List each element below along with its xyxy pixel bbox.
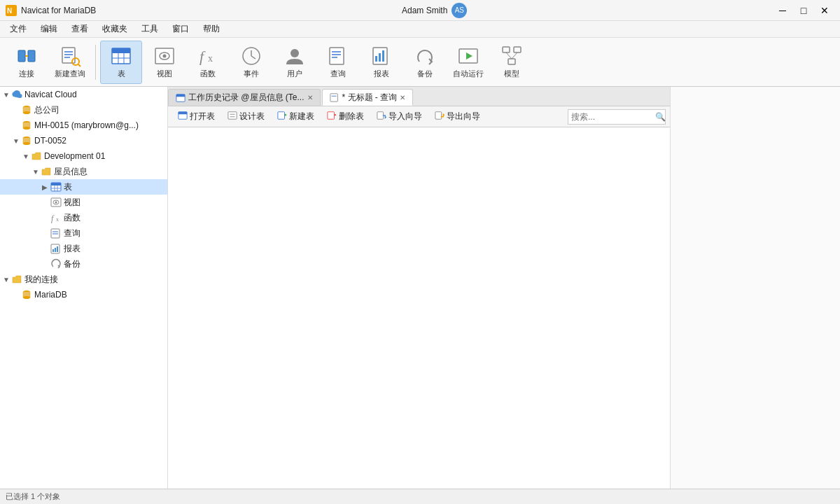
sidebar-item-label: Development 01 bbox=[44, 151, 105, 161]
svg-point-47 bbox=[23, 127, 30, 130]
toolbar2-btn-export-wizard[interactable]: 导出向导 bbox=[429, 108, 486, 125]
tree-arrow: ▼ bbox=[3, 91, 11, 99]
svg-rect-79 bbox=[330, 94, 337, 102]
toolbar-btn-event[interactable]: 事件 bbox=[230, 41, 272, 84]
menu-item-工具[interactable]: 工具 bbox=[134, 22, 165, 36]
toolbar-btn-view[interactable]: 视图 bbox=[144, 41, 186, 84]
tab-close-btn[interactable]: ✕ bbox=[307, 94, 313, 102]
sidebar-item-reports[interactable]: 报表 bbox=[0, 241, 167, 256]
model-icon bbox=[500, 45, 523, 67]
menu-item-文件[interactable]: 文件 bbox=[3, 22, 34, 36]
svg-text:f: f bbox=[200, 48, 206, 65]
design-icon bbox=[227, 111, 237, 122]
toolbar2-btn-import-wizard[interactable]: 导入向导 bbox=[371, 108, 428, 125]
statusbar-left: 已选择 1 个对象 bbox=[6, 491, 60, 502]
sidebar-item-views[interactable]: 视图 bbox=[0, 195, 167, 210]
db-icon bbox=[21, 120, 32, 131]
svg-rect-69 bbox=[52, 249, 54, 252]
query-icon bbox=[327, 45, 349, 67]
toolbar: 连接新建查询表视图fx函数事件用户查询报表备份自动运行模型 bbox=[0, 38, 840, 87]
toolbar-btn-table[interactable]: 表 bbox=[100, 41, 142, 84]
svg-rect-25 bbox=[330, 48, 344, 64]
sidebar-item-queries[interactable]: 查询 bbox=[0, 225, 167, 241]
menubar: 文件编辑查看收藏夹工具窗口帮助 bbox=[0, 21, 840, 38]
toolbar-btn-label: 用户 bbox=[287, 69, 302, 79]
delete-icon bbox=[327, 111, 337, 122]
minimize-button[interactable]: ─ bbox=[773, 4, 792, 18]
tab-close-btn[interactable]: ✕ bbox=[400, 94, 405, 102]
toolbar2-btn-label: 导入向导 bbox=[388, 111, 422, 122]
svg-rect-31 bbox=[379, 53, 381, 62]
svg-rect-83 bbox=[228, 112, 237, 120]
table-area bbox=[168, 127, 670, 489]
svg-line-38 bbox=[506, 52, 512, 59]
sidebar-item-navicat-cloud[interactable]: ▼ Navicat Cloud bbox=[0, 87, 167, 102]
toolbar-btn-backup[interactable]: 备份 bbox=[404, 41, 446, 84]
tab-untitled[interactable]: * 无标题 - 查询 ✕ bbox=[322, 89, 414, 106]
toolbar-btn-label: 模型 bbox=[504, 69, 519, 79]
svg-rect-37 bbox=[508, 59, 515, 64]
toolbar-btn-user[interactable]: 用户 bbox=[274, 41, 316, 84]
queries-icon bbox=[50, 227, 62, 239]
toolbar-btn-connect[interactable]: 连接 bbox=[6, 41, 48, 84]
close-button[interactable]: ✕ bbox=[815, 4, 834, 18]
svg-rect-86 bbox=[278, 112, 285, 120]
toolbar2-btn-label: 导出向导 bbox=[447, 111, 480, 122]
sidebar-item-dev-01[interactable]: ▼ Development 01 bbox=[0, 148, 167, 164]
toolbar2-btn-design-table[interactable]: 设计表 bbox=[222, 108, 270, 125]
svg-line-39 bbox=[512, 52, 517, 59]
sidebar-item-mariadb[interactable]: MariaDB bbox=[0, 287, 167, 302]
svg-rect-70 bbox=[55, 248, 56, 252]
toolbar-btn-report[interactable]: 报表 bbox=[360, 41, 402, 84]
tree-arrow: ▼ bbox=[32, 168, 41, 176]
toolbar-btn-query[interactable]: 查询 bbox=[317, 41, 359, 84]
db-icon bbox=[21, 104, 32, 115]
selection-status: 已选择 1 个对象 bbox=[6, 492, 60, 500]
toolbar2-btn-new-table[interactable]: 新建表 bbox=[272, 108, 320, 125]
view-icon bbox=[153, 45, 176, 67]
toolbar-btn-function[interactable]: fx函数 bbox=[187, 41, 229, 84]
svg-rect-56 bbox=[51, 183, 61, 186]
menu-item-查看[interactable]: 查看 bbox=[64, 22, 95, 36]
toolbar2-btn-delete-table[interactable]: 删除表 bbox=[321, 108, 370, 125]
toolbar-btn-new-query[interactable]: 新建查询 bbox=[49, 41, 91, 84]
toolbar-btn-label: 自动运行 bbox=[453, 69, 484, 79]
tab-history[interactable]: 工作历史记录 @屋员信息 (Te... ✕ bbox=[168, 89, 321, 106]
search-input[interactable] bbox=[568, 112, 652, 122]
sidebar-item-dt-0052[interactable]: ▼ DT-0052 bbox=[0, 133, 167, 148]
sidebar-item-label: MH-0015 (marybrown@g...) bbox=[34, 120, 139, 130]
svg-text:x: x bbox=[208, 53, 213, 64]
maximize-button[interactable]: □ bbox=[794, 4, 813, 18]
new-query-icon bbox=[59, 45, 81, 67]
sidebar-item-employee-info[interactable]: ▼ 屋员信息 bbox=[0, 164, 167, 179]
svg-rect-32 bbox=[382, 50, 384, 62]
sidebar-item-backups[interactable]: 备份 bbox=[0, 256, 167, 272]
svg-point-42 bbox=[23, 111, 30, 114]
sidebar-item-zong-gong-si[interactable]: 总公司 bbox=[0, 102, 167, 118]
sidebar-item-functions[interactable]: fx 函数 bbox=[0, 210, 167, 225]
main-area: ▼ Navicat Cloud 总公司 MH-0015 (marybrown@g… bbox=[0, 87, 840, 489]
sidebar-item-my-connections[interactable]: ▼ 我的连接 bbox=[0, 272, 167, 287]
sidebar-item-label: 查询 bbox=[64, 227, 80, 239]
sidebar-item-mh-0015[interactable]: MH-0015 (marybrown@g...) bbox=[0, 118, 167, 133]
toolbar-btn-label: 表 bbox=[118, 69, 125, 79]
tree-arrow: ▶ bbox=[42, 183, 50, 191]
tree-arrow: ▼ bbox=[13, 137, 21, 145]
menu-item-收藏夹[interactable]: 收藏夹 bbox=[95, 22, 134, 36]
sidebar-item-label: 视图 bbox=[64, 197, 80, 209]
toolbar-btn-label: 报表 bbox=[374, 69, 389, 79]
toolbar-btn-model[interactable]: 模型 bbox=[491, 41, 533, 84]
search-icon[interactable]: 🔍 bbox=[652, 112, 668, 122]
svg-rect-35 bbox=[503, 47, 510, 52]
menu-item-编辑[interactable]: 编辑 bbox=[34, 22, 64, 36]
titlebar-controls: ─ □ ✕ bbox=[773, 4, 834, 18]
reports-icon bbox=[50, 243, 62, 254]
toolbar2-btn-open-table[interactable]: 打开表 bbox=[172, 108, 220, 125]
toolbar-btn-auto-run[interactable]: 自动运行 bbox=[447, 41, 489, 84]
sidebar-item-tables[interactable]: ▶ 表 bbox=[0, 179, 167, 195]
svg-rect-2 bbox=[18, 50, 25, 62]
menu-item-窗口[interactable]: 窗口 bbox=[165, 22, 196, 36]
sidebar-item-label: 我的连接 bbox=[24, 274, 58, 286]
menu-item-帮助[interactable]: 帮助 bbox=[196, 22, 227, 36]
object-toolbar: 打开表设计表新建表删除表导入向导导出向导🔍 bbox=[168, 106, 670, 127]
